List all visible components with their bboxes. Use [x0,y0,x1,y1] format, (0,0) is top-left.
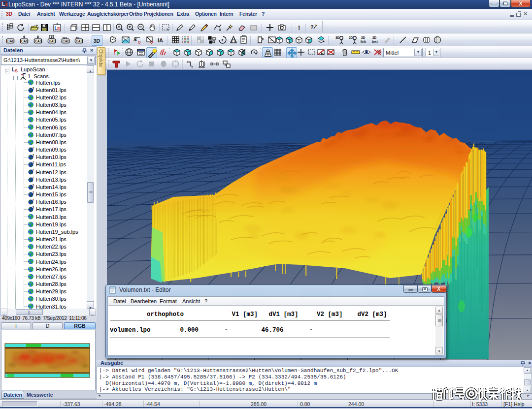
svg-text:Q: Q [138,40,141,44]
svg-text:?: ? [33,169,34,172]
svg-text:CAD: CAD [21,39,28,43]
svg-text:text: text [372,40,378,43]
svg-text:?: ? [33,154,34,157]
svg-text:xy: xy [76,36,79,39]
svg-text:3D: 3D [94,38,100,44]
svg-text:2D: 2D [349,36,353,39]
svg-text:CAD: CAD [35,39,42,43]
svg-text:?: ? [33,87,34,90]
svg-text:CAD: CAD [76,39,83,43]
svg-text:?: ? [310,24,314,30]
svg-text:CAD: CAD [7,39,14,43]
svg-text:2D: 2D [361,36,366,39]
svg-text:?: ? [33,199,34,202]
svg-text:S: S [15,68,18,73]
svg-text:CAD: CAD [63,39,69,43]
svg-text:?: ? [33,206,34,209]
svg-text:?: ? [33,147,34,150]
svg-text:xyz: xyz [63,36,67,39]
svg-text:S: S [57,26,60,31]
svg-text:Q: Q [150,40,153,44]
svg-text:?: ? [33,184,34,187]
svg-text:3D: 3D [335,36,340,39]
svg-text:?: ? [33,177,34,180]
svg-text:Y: Y [134,37,137,42]
svg-text:IA: IA [158,37,163,43]
svg-text:2D: 2D [372,36,377,39]
svg-text:?: ? [33,161,34,164]
svg-text:?: ? [33,191,34,194]
svg-text:link: link [361,40,366,43]
svg-text:T: T [221,38,224,42]
svg-text:!: ! [298,24,300,31]
svg-text:CAD: CAD [49,39,56,43]
